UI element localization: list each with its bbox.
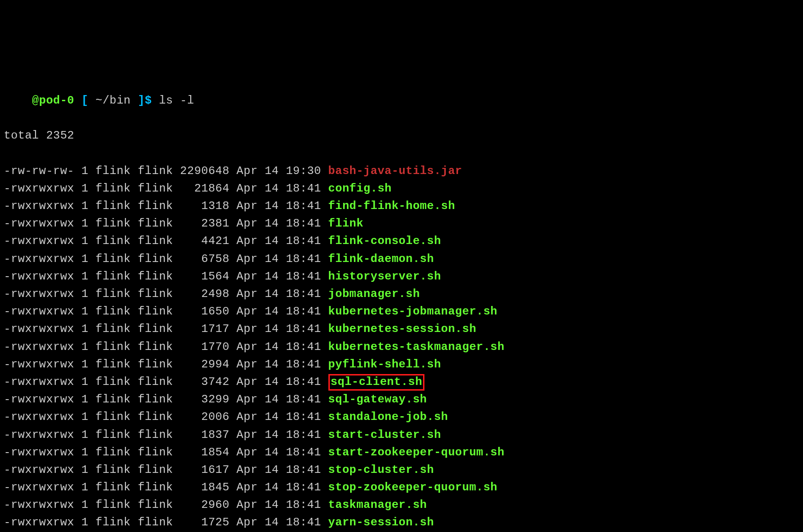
file-links: 1 <box>81 375 88 388</box>
file-name: stop-zookeeper-quorum.sh <box>328 481 498 494</box>
file-group: flink <box>138 253 173 265</box>
file-size: 2960 <box>180 498 229 511</box>
file-row: -rwxrwxrwx 1 flink flink 2006 Apr 14 18:… <box>4 408 799 426</box>
file-size: 3299 <box>180 393 229 406</box>
terminal-output[interactable]: @pod-0 [ ~/bin ]$ ls -l total 2352 -rw-r… <box>4 74 799 532</box>
file-row: -rwxrwxrwx 1 flink flink 6758 Apr 14 18:… <box>4 250 799 268</box>
file-name: flink <box>328 217 364 230</box>
file-size: 21864 <box>180 182 229 195</box>
file-day: 14 <box>265 270 279 283</box>
file-owner: flink <box>96 253 131 265</box>
file-links: 1 <box>81 235 88 247</box>
file-permissions: -rwxrwxrwx <box>4 235 74 247</box>
file-name: stop-cluster.sh <box>328 463 434 476</box>
file-day: 14 <box>265 305 279 318</box>
file-owner: flink <box>96 200 131 212</box>
file-owner: flink <box>96 235 131 247</box>
file-name: config.sh <box>328 182 392 195</box>
file-permissions: -rwxrwxrwx <box>4 323 74 335</box>
file-name: taskmanager.sh <box>328 498 427 511</box>
file-row: -rw-rw-rw- 1 flink flink 2290648 Apr 14 … <box>4 162 799 180</box>
file-row: -rwxrwxrwx 1 flink flink 4421 Apr 14 18:… <box>4 232 799 250</box>
file-time: 18:41 <box>286 235 321 247</box>
file-owner: flink <box>96 305 131 318</box>
file-time: 18:41 <box>286 253 321 265</box>
file-day: 14 <box>265 428 279 441</box>
file-month: Apr <box>237 481 258 494</box>
file-row: -rwxrwxrwx 1 flink flink 3742 Apr 14 18:… <box>4 373 799 391</box>
file-size: 4421 <box>180 235 229 247</box>
file-name: kubernetes-session.sh <box>328 323 477 335</box>
file-day: 14 <box>265 340 279 353</box>
file-day: 14 <box>265 165 279 177</box>
file-month: Apr <box>237 516 258 529</box>
file-group: flink <box>138 498 173 511</box>
file-group: flink <box>138 270 173 283</box>
file-permissions: -rwxrwxrwx <box>4 393 74 406</box>
file-links: 1 <box>81 516 88 529</box>
file-month: Apr <box>237 446 258 459</box>
file-size: 3742 <box>180 375 229 388</box>
file-links: 1 <box>81 323 88 335</box>
file-time: 18:41 <box>286 182 321 195</box>
file-owner: flink <box>96 340 131 353</box>
file-group: flink <box>138 393 173 406</box>
file-month: Apr <box>237 323 258 335</box>
file-links: 1 <box>81 288 88 300</box>
file-group: flink <box>138 375 173 388</box>
file-owner: flink <box>96 393 131 406</box>
file-row: -rwxrwxrwx 1 flink flink 1717 Apr 14 18:… <box>4 320 799 338</box>
file-name: flink-console.sh <box>328 235 441 247</box>
file-time: 18:41 <box>286 446 321 459</box>
file-size: 1770 <box>180 340 229 353</box>
file-links: 1 <box>81 446 88 459</box>
file-name: yarn-session.sh <box>328 516 434 529</box>
file-links: 1 <box>81 182 88 195</box>
file-row: -rwxrwxrwx 1 flink flink 2960 Apr 14 18:… <box>4 496 799 514</box>
file-day: 14 <box>265 498 279 511</box>
file-name: jobmanager.sh <box>328 288 420 300</box>
prompt-close-bracket: ]$ <box>138 94 152 107</box>
file-permissions: -rwxrwxrwx <box>4 446 74 459</box>
file-month: Apr <box>237 375 258 388</box>
file-time: 18:41 <box>286 270 321 283</box>
file-day: 14 <box>265 358 279 371</box>
file-time: 18:41 <box>286 463 321 476</box>
file-size: 1650 <box>180 305 229 318</box>
file-day: 14 <box>265 323 279 335</box>
file-size: 1845 <box>180 481 229 494</box>
prompt-path: ~/bin <box>96 94 131 107</box>
file-name: kubernetes-jobmanager.sh <box>328 305 498 318</box>
file-permissions: -rwxrwxrwx <box>4 305 74 318</box>
file-permissions: -rwxrwxrwx <box>4 340 74 353</box>
file-owner: flink <box>96 446 131 459</box>
file-name: bash-java-utils.jar <box>328 165 462 177</box>
file-group: flink <box>138 463 173 476</box>
file-links: 1 <box>81 217 88 230</box>
file-size: 2006 <box>180 410 229 423</box>
file-row: -rwxrwxrwx 1 flink flink 2994 Apr 14 18:… <box>4 356 799 373</box>
file-time: 18:41 <box>286 481 321 494</box>
file-month: Apr <box>237 340 258 353</box>
file-time: 18:41 <box>286 288 321 300</box>
file-day: 14 <box>265 182 279 195</box>
file-permissions: -rwxrwxrwx <box>4 410 74 423</box>
file-links: 1 <box>81 393 88 406</box>
file-day: 14 <box>265 516 279 529</box>
file-time: 19:30 <box>286 165 321 177</box>
file-group: flink <box>138 340 173 353</box>
file-month: Apr <box>237 428 258 441</box>
file-size: 2381 <box>180 217 229 230</box>
file-name: kubernetes-taskmanager.sh <box>328 340 505 353</box>
file-size: 1837 <box>180 428 229 441</box>
file-day: 14 <box>265 288 279 300</box>
file-permissions: -rwxrwxrwx <box>4 498 74 511</box>
file-row: -rwxrwxrwx 1 flink flink 1650 Apr 14 18:… <box>4 303 799 320</box>
file-owner: flink <box>96 463 131 476</box>
file-owner: flink <box>96 498 131 511</box>
prompt-open-bracket: [ <box>81 94 88 107</box>
file-size: 6758 <box>180 253 229 265</box>
file-row: -rwxrwxrwx 1 flink flink 1564 Apr 14 18:… <box>4 268 799 285</box>
file-group: flink <box>138 288 173 300</box>
file-size: 2498 <box>180 288 229 300</box>
